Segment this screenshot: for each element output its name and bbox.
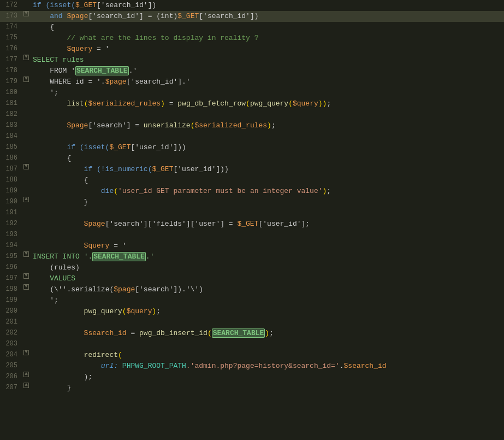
fold-up-icon[interactable]: ▲ [23,383,29,388]
code-content: // what are the lines to display in real… [31,33,504,44]
fold-gutter[interactable]: ▼ [22,55,31,60]
code-line: 179▼ WHERE id = '.$page['search_id'].' [0,77,504,87]
code-content [31,339,504,339]
code-content: } [31,383,504,394]
fold-gutter[interactable]: ▼ [22,284,31,290]
line-number: 175 [0,33,22,43]
line-number: 188 [0,175,22,185]
line-number: 207 [0,383,22,392]
code-line: 197▼ VALUES [0,273,504,284]
code-content: (\''.serialize($page['search']).'\') [31,284,504,295]
line-number: 196 [0,262,22,272]
fold-down-icon[interactable]: ▼ [23,55,29,60]
code-line: 201 [0,317,504,328]
line-number: 194 [0,240,22,250]
fold-gutter[interactable]: ▼ [22,251,31,257]
code-line: 190▲ } [0,197,504,208]
code-line: 202 $search_id = pwg_db_insert_id(SEARCH… [0,328,504,339]
code-line: 180 '; [0,87,504,98]
line-number: 206 [0,372,22,382]
code-line: 200 pwg_query($query); [0,306,504,317]
line-number: 204 [0,350,22,360]
fold-up-icon[interactable]: ▲ [23,197,29,202]
line-number: 192 [0,219,22,228]
code-line: 183 $page['search'] = unserialize($seria… [0,120,504,131]
code-line: 188 { [0,175,504,186]
code-content [31,230,504,230]
code-content: die('user_id GET parameter must be an in… [31,186,504,197]
code-content: pwg_query($query); [31,306,504,317]
fold-down-icon[interactable]: ▼ [23,11,29,16]
code-line: 189 die('user_id GET parameter must be a… [0,186,504,197]
code-line: 204▼ redirect( [0,350,504,361]
code-line: 176 $query = ' [0,44,504,55]
code-content: and $page['search_id'] = (int)$_GET['sea… [31,11,504,22]
line-number: 203 [0,339,22,349]
code-content: $query = ' [31,240,504,251]
code-content: INSERT INTO '.SEARCH_TABLE.' [31,251,504,262]
code-content: if (!is_numeric($_GET['user_id'])) [31,164,504,175]
fold-gutter[interactable]: ▲ [22,372,31,377]
line-number: 200 [0,306,22,316]
fold-down-icon[interactable]: ▼ [23,350,29,355]
fold-gutter[interactable]: ▼ [22,11,31,16]
line-number: 180 [0,87,22,97]
code-content: if (isset($_GET['user_id'])) [31,142,504,153]
search-table-token: SEARCH_TABLE [75,66,129,75]
code-line: 173▼ and $page['search_id'] = (int)$_GET… [0,11,504,22]
code-content: $page['search']['fields']['user'] = $_GE… [31,219,504,230]
code-line: 193 [0,230,504,240]
fold-down-icon[interactable]: ▼ [23,284,29,290]
line-number: 173 [0,11,22,21]
code-line: 178 FROM 'SEARCH_TABLE.' [0,66,504,77]
code-content: ); [31,372,504,383]
fold-gutter[interactable]: ▲ [22,383,31,388]
code-line: 174 { [0,22,504,33]
code-content [31,208,504,208]
fold-down-icon[interactable]: ▼ [23,164,29,169]
code-line: 206▲ ); [0,372,504,383]
code-line: 192 $page['search']['fields']['user'] = … [0,219,504,230]
fold-up-icon[interactable]: ▲ [23,372,29,377]
fold-gutter[interactable]: ▼ [22,350,31,355]
line-number: 195 [0,251,22,261]
line-number: 191 [0,208,22,218]
code-line: 185 if (isset($_GET['user_id'])) [0,142,504,153]
code-content: SELECT rules [31,55,504,66]
line-number: 189 [0,186,22,196]
fold-gutter[interactable]: ▲ [22,197,31,202]
code-line: 203 [0,339,504,350]
fold-gutter[interactable]: ▼ [22,273,31,279]
code-line: 187▼ if (!is_numeric($_GET['user_id'])) [0,164,504,175]
line-number: 205 [0,361,22,371]
code-line: 175 // what are the lines to display in … [0,33,504,44]
code-content: FROM 'SEARCH_TABLE.' [31,66,504,77]
code-line: 184 [0,131,504,142]
code-content: $query = ' [31,44,504,55]
code-line: 172if (isset($_GET['search_id']) [0,0,504,11]
code-content: WHERE id = '.$page['search_id'].' [31,77,504,87]
line-number: 181 [0,98,22,108]
fold-gutter[interactable]: ▼ [22,77,31,82]
line-number: 190 [0,197,22,207]
line-number: 178 [0,66,22,75]
fold-down-icon[interactable]: ▼ [23,273,29,279]
fold-down-icon[interactable]: ▼ [23,251,29,257]
fold-down-icon[interactable]: ▼ [23,77,29,82]
code-line: 207▲ } [0,383,504,394]
code-content [31,109,504,110]
code-line: 205 url: PHPWG_ROOT_PATH.'admin.php?page… [0,361,504,372]
search-table-token: SEARCH_TABLE [212,328,265,338]
fold-gutter[interactable]: ▼ [22,164,31,169]
line-number: 198 [0,284,22,294]
code-content: url: PHPWG_ROOT_PATH.'admin.php?page=his… [31,361,504,372]
code-editor: 172if (isset($_GET['search_id'])173▼ and… [0,0,504,440]
line-number: 199 [0,295,22,305]
code-line: 182 [0,109,504,120]
code-content: { [31,153,504,164]
line-number: 182 [0,109,22,119]
code-line: 195▼INSERT INTO '.SEARCH_TABLE.' [0,251,504,262]
code-line: 177▼SELECT rules [0,55,504,66]
code-content: { [31,22,504,33]
line-number: 172 [0,0,22,10]
